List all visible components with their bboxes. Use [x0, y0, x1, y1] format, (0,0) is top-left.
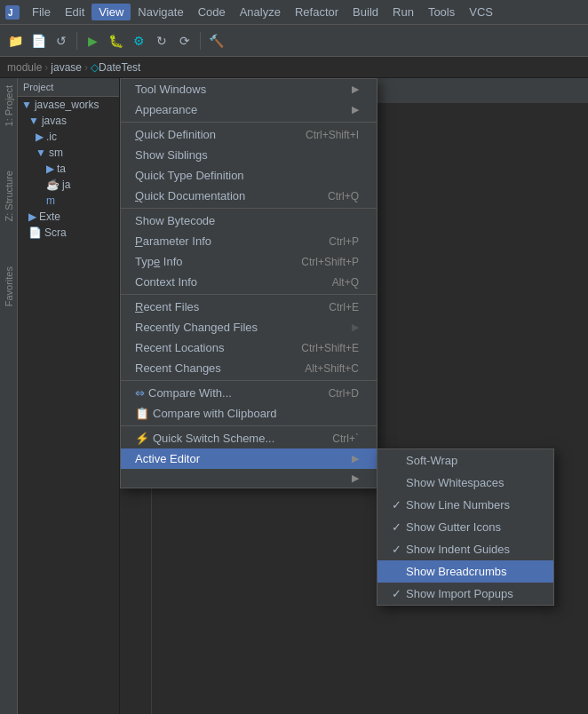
breadcrumb-javase[interactable]: javase: [51, 61, 82, 74]
menu-run[interactable]: Run: [385, 4, 421, 20]
check-gutter-icons: ✓: [392, 520, 406, 534]
breadcrumb-module[interactable]: module: [7, 61, 42, 74]
menu-analyze[interactable]: Analyze: [233, 4, 288, 20]
toolbar-profile-icon[interactable]: ↻: [152, 31, 171, 51]
file-icon-m: m: [46, 194, 55, 207]
toolbar-stop-icon[interactable]: ⟳: [175, 31, 195, 51]
menu-bidi-text[interactable]: ▶: [121, 469, 377, 488]
arrow-icon-bidi: ▶: [352, 472, 359, 484]
menu-show-bytecode[interactable]: Show Bytecode: [121, 210, 377, 231]
folder-icon-exte: ▶: [28, 210, 36, 223]
menu-vcs[interactable]: VCS: [462, 4, 500, 20]
project-header: Project: [18, 78, 119, 97]
menu-file[interactable]: File: [25, 4, 58, 20]
menu-param-info[interactable]: Parameter Info Ctrl+P: [121, 231, 377, 251]
menu-quick-doc[interactable]: Quick Documentation Ctrl+Q: [121, 186, 377, 206]
toolbar-refresh-icon[interactable]: ↺: [52, 31, 71, 51]
toolbar-coverage-icon[interactable]: ⚙: [129, 31, 148, 51]
toolbar-file-icon[interactable]: 📄: [28, 31, 48, 51]
menu-context-info[interactable]: Context Info Alt+Q: [121, 272, 377, 292]
arrow-icon-recently-changed: ▶: [352, 321, 359, 333]
submenu-show-gutter-icons[interactable]: ✓ Show Gutter Icons: [377, 516, 553, 538]
project-panel: Project ▼ javase_works ▼ javas ▶ .ic ▼ s…: [18, 78, 120, 714]
toolbar: 📁 📄 ↺ ▶ 🐛 ⚙ ↻ ⟳ 🔨: [0, 25, 588, 57]
folder-icon-ic: ▶: [36, 131, 44, 143]
app-icon: J: [4, 4, 21, 21]
menu-sep-4: [121, 380, 377, 381]
arrow-icon-appearance: ▶: [352, 104, 359, 115]
tree-item-exte[interactable]: ▶ Exte: [18, 209, 119, 225]
check-import-popups: ✓: [392, 587, 406, 600]
sidebar-project-label[interactable]: 1: Project: [2, 82, 16, 130]
menu-show-siblings[interactable]: Show Siblings: [121, 145, 377, 165]
folder-icon-javase: ▼: [28, 115, 39, 127]
menu-compare-with[interactable]: ⇔ Compare With... Ctrl+D: [121, 383, 377, 403]
compare-icon: ⇔: [135, 386, 145, 400]
tree-item-m[interactable]: m: [18, 193, 119, 209]
menu-recently-changed[interactable]: Recently Changed Files ▶: [121, 317, 377, 337]
menu-navigate[interactable]: Navigate: [131, 4, 190, 20]
tree-item-root[interactable]: ▼ javase_works: [18, 97, 119, 113]
toolbar-separator-1: [76, 32, 77, 50]
menu-edit[interactable]: Edit: [58, 4, 91, 20]
menu-recent-locations[interactable]: Recent Locations Ctrl+Shift+E: [121, 337, 377, 358]
toolbar-run-icon[interactable]: ▶: [83, 31, 102, 51]
submenu-show-breadcrumbs[interactable]: Show Breadcrumbs: [377, 560, 553, 583]
toolbar-separator-2: [200, 32, 201, 50]
submenu-show-indent-guides[interactable]: ✓ Show Indent Guides: [377, 538, 553, 560]
folder-icon: ▼: [21, 99, 32, 111]
tree-item-javase[interactable]: ▼ javas: [18, 113, 119, 129]
submenu-show-line-numbers[interactable]: ✓ Show Line Numbers: [377, 494, 553, 516]
active-editor-submenu: Soft-Wrap Show Whitespaces ✓ Show Line N…: [377, 448, 554, 606]
arrow-icon-active-editor: ▶: [352, 453, 359, 464]
tree-item-src[interactable]: ▼ sm: [18, 145, 119, 161]
menu-build[interactable]: Build: [346, 4, 385, 20]
sidebar-structure-label[interactable]: Z: Structure: [2, 167, 16, 225]
menu-type-info[interactable]: Type Info Ctrl+Shift+P: [121, 251, 377, 272]
main-layout: 1: Project Z: Structure Favorites Projec…: [0, 78, 588, 714]
menu-quick-type-def[interactable]: Quick Type Definition: [121, 165, 377, 186]
java-icon-ja: ☕: [46, 178, 60, 191]
menu-quick-switch[interactable]: ⚡ Quick Switch Scheme... Ctrl+`: [121, 428, 377, 448]
menu-tools[interactable]: Tools: [421, 4, 462, 20]
tree-item-ic[interactable]: ▶ .ic: [18, 129, 119, 145]
submenu-show-whitespaces[interactable]: Show Whitespaces: [377, 472, 553, 494]
menu-active-editor[interactable]: Active Editor ▶ Soft-Wrap Show Whitespac…: [121, 448, 377, 469]
left-sidebar: 1: Project Z: Structure Favorites: [0, 78, 18, 714]
menu-sep-1: [121, 122, 377, 123]
breadcrumb-icon: ◇: [91, 61, 99, 74]
breadcrumb: module › javase › ◇ DateTest: [0, 57, 588, 78]
folder-icon-src: ▼: [36, 147, 46, 159]
switch-icon: ⚡: [135, 432, 149, 445]
tree-item-ta[interactable]: ▶ ta: [18, 161, 119, 177]
menu-quick-def[interactable]: Quick Definition Ctrl+Shift+I: [121, 124, 377, 145]
menu-tool-windows[interactable]: Tool Windows ▶: [121, 79, 377, 99]
toolbar-build-icon[interactable]: 🔨: [206, 31, 226, 51]
menu-recent-files[interactable]: Recent Files Ctrl+E: [121, 297, 377, 317]
menu-appearance[interactable]: Appearance ▶: [121, 99, 377, 120]
menu-view[interactable]: View: [91, 4, 131, 20]
tree-item-ja[interactable]: ☕ ja: [18, 177, 119, 193]
breadcrumb-datetest[interactable]: DateTest: [99, 61, 140, 74]
menu-sep-5: [121, 425, 377, 426]
menu-bar: J File Edit View Navigate Code Analyze R…: [0, 0, 588, 25]
check-indent-guides: ✓: [392, 543, 406, 556]
menu-code[interactable]: Code: [191, 4, 233, 20]
menu-refactor[interactable]: Refactor: [288, 4, 346, 20]
menu-recent-changes[interactable]: Recent Changes Alt+Shift+C: [121, 358, 377, 378]
view-dropdown-menu: Tool Windows ▶ Appearance ▶ Quick Defini…: [120, 78, 377, 488]
file-icon-scra: 📄: [28, 226, 42, 239]
submenu-show-import-popups[interactable]: ✓ Show Import Popups: [377, 583, 553, 605]
check-line-numbers: ✓: [392, 498, 406, 512]
menu-sep-2: [121, 208, 377, 209]
arrow-icon: ▶: [352, 83, 359, 95]
submenu-soft-wrap[interactable]: Soft-Wrap: [377, 449, 553, 472]
toolbar-debug-icon[interactable]: 🐛: [106, 31, 125, 51]
tree-item-scra[interactable]: 📄 Scra: [18, 225, 119, 241]
folder-icon-ta: ▶: [46, 163, 54, 175]
menu-compare-clipboard[interactable]: 📋 Compare with Clipboard: [121, 403, 377, 424]
menu-sep-3: [121, 294, 377, 295]
sidebar-favorites-label[interactable]: Favorites: [2, 263, 16, 310]
svg-text:J: J: [8, 8, 13, 18]
toolbar-folder-icon[interactable]: 📁: [5, 31, 25, 51]
